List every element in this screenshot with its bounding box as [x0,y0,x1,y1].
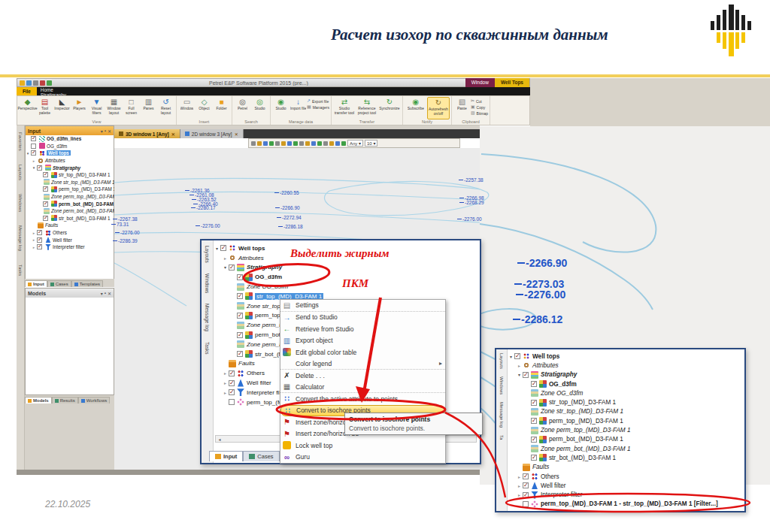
side-tab[interactable]: Layouts [499,353,504,369]
tree-item[interactable]: str_top_(MD)_D3-FAM 1 [525,397,743,407]
ribbon-button[interactable]: Panes [140,97,157,119]
tree-item[interactable]: Others [517,472,743,481]
redo-icon[interactable] [40,80,45,86]
tab-file[interactable]: File [17,87,37,95]
toolbar-icon[interactable] [293,141,298,146]
panel-tab[interactable]: Models [25,397,52,404]
expander-icon[interactable] [517,474,522,479]
checkbox[interactable] [37,244,42,249]
checkbox[interactable] [237,332,243,338]
side-tab[interactable]: Tasks [18,264,23,276]
tree-item[interactable]: Zone perm_bot_(MD)_D3-FAM 1 [525,444,743,453]
menu-item[interactable]: Convert the active attribute to points [280,393,445,405]
checkbox[interactable] [220,245,226,251]
close-icon[interactable]: ✕ [235,131,238,137]
ribbon-button[interactable]: Players [71,97,88,119]
ribbon-button[interactable]: Studio [272,97,290,119]
tree-item[interactable]: Faults [517,463,743,472]
tree-item[interactable]: OG_d3fm [525,379,743,388]
checkbox[interactable] [523,501,529,507]
checkbox[interactable] [31,150,36,156]
checkbox[interactable] [237,293,243,299]
tree-item[interactable]: Zone OG_d3fm [525,388,743,397]
tree-item[interactable]: perm_top_(MD)_D3-FAM 1 [38,186,114,193]
ribbon-button[interactable]: Folder [213,97,230,119]
toolbar-icon[interactable] [335,141,340,146]
panel-tab[interactable]: Input [25,280,47,287]
expander-icon[interactable] [223,370,228,376]
ribbon-button[interactable]: Object [196,97,213,119]
tree-item[interactable]: Zone str_top_(MD)_D3-FAM 1 [525,407,743,416]
checkbox[interactable] [37,237,42,243]
tree-item[interactable]: perm_top_(MD)_D3-FAM 1 - str_top_(MD)_D3… [517,500,743,509]
ribbon-button[interactable]: Import file [290,97,307,119]
toolbar-icon[interactable] [269,141,274,146]
tree-item[interactable]: Interpreter filter [32,243,114,251]
expander-icon[interactable] [517,483,522,488]
tree-item[interactable]: Interpreter filter [517,490,743,499]
toolbar-icon[interactable] [263,141,268,146]
help-icon[interactable] [47,80,52,86]
checkbox[interactable] [229,380,235,386]
side-tab[interactable]: Windows [499,376,504,394]
menu-item[interactable]: Export object [280,335,445,347]
panel-tab[interactable]: Workflows [78,397,111,404]
checkbox[interactable] [531,400,537,406]
side-tab[interactable]: Message log [499,402,504,428]
tree-item[interactable]: Well filter [32,236,114,243]
pin-icon[interactable]: ▪ [105,128,106,133]
close-icon[interactable]: ✕ [108,291,111,296]
checkbox[interactable] [237,274,243,280]
expander-icon[interactable] [223,390,228,395]
ribbon-button[interactable]: Studio [251,97,268,119]
ribbon-button[interactable]: Synchronize [378,97,401,119]
toolbar-icon[interactable] [311,141,316,146]
expander-icon[interactable] [32,159,36,163]
checkbox[interactable] [523,372,529,378]
menu-item[interactable]: Retrieve from Studio [280,323,445,335]
tree-item[interactable]: Well tops [26,150,114,157]
tree-item[interactable]: Zone str_top_(MD)_D3-FAM 1 [38,179,114,186]
tree-item[interactable]: Zone perm_bot_(MD)_D3-FAM 1 [38,207,114,215]
checkbox[interactable] [229,389,235,395]
ribbon-button[interactable]: Visual filters [88,97,105,119]
checkbox[interactable] [523,482,529,488]
checkbox[interactable] [43,172,48,177]
expander-icon[interactable] [26,151,30,156]
expander-icon[interactable] [517,363,522,368]
undo-icon[interactable] [33,80,38,86]
save-icon[interactable] [26,80,32,86]
ribbon-button[interactable]: Paste [453,97,471,119]
ribbon-button[interactable]: Window [178,97,196,119]
dropdown-icon[interactable]: ▾ [101,291,103,296]
tree-item[interactable]: perm_bot_(MD)_D3-FAM 1 [38,200,114,207]
expander-icon[interactable] [223,380,228,385]
checkbox[interactable] [237,313,243,319]
tree-item[interactable]: Stratigraphy [517,370,743,379]
toolbar-icon[interactable] [299,141,304,146]
checkbox[interactable] [237,351,243,357]
side-tab[interactable]: Windows [18,194,23,212]
expander-icon[interactable] [517,372,522,377]
expander-icon[interactable] [517,492,522,497]
toolbar-icon[interactable] [281,141,286,146]
petrel-app-icon[interactable] [20,80,25,86]
tree-item[interactable]: Faults [32,222,114,229]
close-icon[interactable]: ✕ [108,128,111,134]
tree-item[interactable]: perm_top_(MD)_D3-FAM 1 [525,416,743,425]
menu-item[interactable]: Edit global color table [280,346,445,358]
dropdown-icon[interactable]: ▾ [101,128,103,134]
checkbox[interactable] [229,399,235,405]
tree-item[interactable]: perm_bot_(MD)_D3-FAM 1 [525,435,743,444]
toolbar-icon[interactable] [317,141,322,146]
expander-icon[interactable] [32,237,36,242]
menu-item[interactable]: Guru [280,452,445,464]
toolbar-icon[interactable] [341,141,346,146]
panel-tab[interactable]: Templates [71,280,103,287]
quick-access-toolbar[interactable] [20,80,52,86]
tree-item[interactable]: OG_d3fm_lines [26,135,114,143]
expander-icon[interactable] [508,354,514,359]
toolbar-icon[interactable] [287,141,292,146]
ribbon-small-button[interactable]: Bitmap [471,110,488,116]
ribbon-button[interactable]: Inspector [53,97,71,119]
